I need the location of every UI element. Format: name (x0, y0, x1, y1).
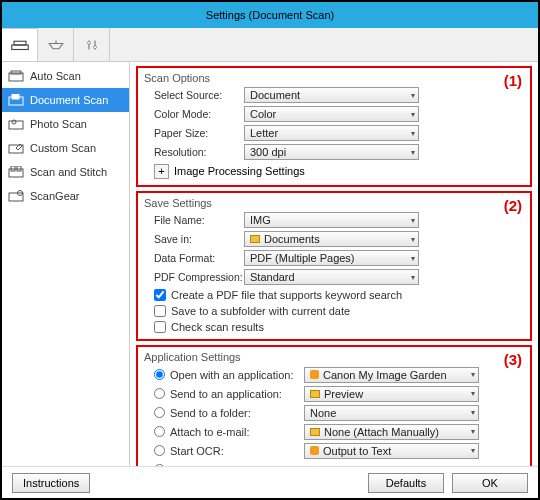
scan-options-group: (1) Scan Options Select Source: Document… (136, 66, 532, 187)
file-name-field[interactable]: IMG▾ (244, 212, 419, 228)
document-scan-icon (8, 94, 24, 106)
paper-size-dropdown[interactable]: Letter▾ (244, 125, 419, 141)
svg-point-4 (87, 41, 90, 44)
image-processing-label: Image Processing Settings (174, 165, 305, 177)
svg-rect-0 (11, 45, 28, 50)
window-titlebar: Settings (Document Scan) (2, 2, 538, 28)
app-icon (310, 370, 319, 379)
custom-scan-icon (8, 142, 24, 154)
svg-rect-13 (9, 145, 23, 153)
send-folder-dropdown[interactable]: None▾ (304, 405, 479, 421)
sidebar-item-custom-scan[interactable]: Custom Scan (2, 136, 129, 160)
sidebar-item-scangear[interactable]: ScanGear (2, 184, 129, 208)
scangear-icon (8, 190, 24, 202)
start-ocr-dropdown[interactable]: Output to Text▾ (304, 443, 479, 459)
radio-send-folder[interactable]: Send to a folder: (144, 404, 304, 422)
main-panel: (1) Scan Options Select Source: Document… (130, 62, 538, 466)
sidebar-item-scan-and-stitch[interactable]: Scan and Stitch (2, 160, 129, 184)
folder-icon (250, 235, 260, 243)
sidebar-item-photo-scan[interactable]: Photo Scan (2, 112, 129, 136)
data-format-label: Data Format: (144, 252, 244, 264)
color-mode-dropdown[interactable]: Color▾ (244, 106, 419, 122)
sidebar-item-auto-scan[interactable]: Auto Scan (2, 64, 129, 88)
select-source-dropdown[interactable]: Document▾ (244, 87, 419, 103)
color-mode-label: Color Mode: (144, 108, 244, 120)
radio-start-ocr[interactable]: Start OCR: (144, 442, 304, 460)
app-icon (310, 446, 319, 455)
chevron-down-icon: ▾ (411, 235, 415, 244)
chevron-down-icon: ▾ (471, 427, 475, 436)
radio-attach-email[interactable]: Attach to e-mail: (144, 423, 304, 441)
sidebar-item-document-scan[interactable]: Document Scan (2, 88, 129, 112)
resolution-dropdown[interactable]: 300 dpi▾ (244, 144, 419, 160)
annotation-3: (3) (504, 351, 522, 368)
tab-scanner-icon[interactable] (2, 28, 38, 61)
sidebar-item-label: Scan and Stitch (30, 166, 107, 178)
svg-point-6 (93, 45, 96, 48)
svg-rect-1 (14, 41, 26, 45)
chevron-down-icon: ▾ (411, 110, 415, 119)
pdf-compression-label: PDF Compression: (144, 271, 244, 283)
photo-scan-icon (8, 118, 24, 130)
svg-rect-17 (9, 193, 23, 201)
scan-options-title: Scan Options (144, 72, 524, 84)
send-application-dropdown[interactable]: Preview▾ (304, 386, 479, 402)
checkbox-check-results[interactable]: Check scan results (144, 319, 524, 335)
radio-do-not-start[interactable]: Do not start any application (144, 461, 303, 467)
chevron-down-icon: ▾ (411, 91, 415, 100)
open-application-dropdown[interactable]: Canon My Image Garden▾ (304, 367, 479, 383)
pdf-compression-dropdown[interactable]: Standard▾ (244, 269, 419, 285)
annotation-2: (2) (504, 197, 522, 214)
application-settings-group: (3) Application Settings Open with an ap… (136, 345, 532, 466)
radio-open-application[interactable]: Open with an application: (144, 366, 304, 384)
annotation-1: (1) (504, 72, 522, 89)
attach-email-dropdown[interactable]: None (Attach Manually)▾ (304, 424, 479, 440)
instructions-button[interactable]: Instructions (12, 473, 90, 493)
chevron-down-icon: ▾ (471, 408, 475, 417)
sidebar: Auto Scan Document Scan Photo Scan Custo… (2, 62, 130, 466)
sidebar-item-label: Custom Scan (30, 142, 96, 154)
file-name-label: File Name: (144, 214, 244, 226)
chevron-down-icon: ▾ (471, 446, 475, 455)
top-toolbar (2, 28, 538, 62)
tab-settings-sliders-icon[interactable] (74, 28, 110, 61)
select-source-label: Select Source: (144, 89, 244, 101)
sidebar-item-label: Document Scan (30, 94, 108, 106)
chevron-down-icon: ▾ (471, 370, 475, 379)
chevron-down-icon: ▾ (411, 148, 415, 157)
sidebar-item-label: Auto Scan (30, 70, 81, 82)
footer: Instructions Defaults OK (2, 466, 538, 498)
paper-size-label: Paper Size: (144, 127, 244, 139)
checkbox-subfolder-date[interactable]: Save to a subfolder with current date (144, 303, 524, 319)
chevron-down-icon: ▾ (411, 254, 415, 263)
save-settings-group: (2) Save Settings File Name: IMG▾ Save i… (136, 191, 532, 341)
auto-scan-icon (8, 70, 24, 82)
chevron-down-icon: ▾ (411, 129, 415, 138)
chevron-down-icon: ▾ (411, 273, 415, 282)
radio-send-application[interactable]: Send to an application: (144, 385, 304, 403)
folder-icon (310, 428, 320, 436)
ok-button[interactable]: OK (452, 473, 528, 493)
expand-image-processing-button[interactable]: + (154, 164, 169, 179)
resolution-label: Resolution: (144, 146, 244, 158)
data-format-dropdown[interactable]: PDF (Multiple Pages)▾ (244, 250, 419, 266)
save-in-dropdown[interactable]: Documents▾ (244, 231, 419, 247)
save-settings-title: Save Settings (144, 197, 524, 209)
chevron-down-icon: ▾ (411, 216, 415, 225)
sidebar-item-label: ScanGear (30, 190, 80, 202)
checkbox-keyword-search[interactable]: Create a PDF file that supports keyword … (144, 287, 524, 303)
stitch-icon (8, 166, 24, 178)
application-settings-title: Application Settings (144, 351, 524, 363)
defaults-button[interactable]: Defaults (368, 473, 444, 493)
save-in-label: Save in: (144, 233, 244, 245)
folder-icon (310, 390, 320, 398)
tab-feeder-icon[interactable] (38, 28, 74, 61)
svg-rect-10 (12, 94, 19, 99)
sidebar-item-label: Photo Scan (30, 118, 87, 130)
chevron-down-icon: ▾ (471, 389, 475, 398)
window-title: Settings (Document Scan) (206, 9, 334, 21)
